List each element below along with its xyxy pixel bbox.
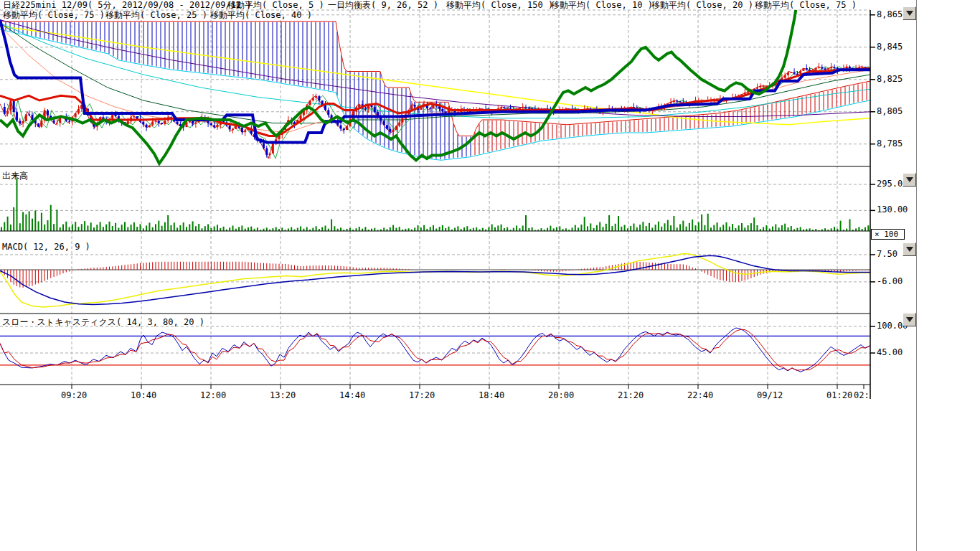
time-axis-label: 12:00 bbox=[200, 390, 226, 400]
macd-panel-label: MACD( 12, 26, 9 ) bbox=[2, 242, 90, 252]
y-axis-label: -6.00 bbox=[877, 276, 903, 286]
window-frame-divider bbox=[916, 0, 917, 551]
time-axis-label: 01:20 bbox=[826, 390, 852, 400]
legend-ma40[interactable]: 移動平均( Close, 40 ) bbox=[210, 11, 312, 20]
stochastics-series bbox=[0, 328, 870, 372]
macd-panel-series bbox=[0, 254, 870, 308]
time-axis-label: 21:20 bbox=[618, 390, 644, 400]
y-axis-label: 8,825 bbox=[877, 74, 903, 84]
y-axis-label: 7.50 bbox=[877, 249, 897, 259]
volume-multiplier-box: × 100 bbox=[871, 229, 905, 240]
y-axis-label: 8,865 bbox=[877, 9, 903, 19]
y-axis-label: 8,845 bbox=[877, 42, 903, 52]
volume-panel-collapse-arrow-button[interactable] bbox=[903, 173, 916, 187]
ichimoku-cloud bbox=[0, 22, 870, 161]
time-axis-label: 20:00 bbox=[548, 390, 574, 400]
triangle-down-icon bbox=[906, 247, 913, 252]
time-axis-label: 09/12 bbox=[757, 390, 783, 400]
legend-ichimoku[interactable]: 一目均衡表( 9, 26, 52 ) bbox=[328, 1, 438, 10]
legend-ma150[interactable]: 移動平均( Close, 150 ) bbox=[446, 1, 553, 10]
legend-ma75-2[interactable]: 移動平均( Close, 75 ) bbox=[3, 11, 105, 20]
time-axis-label: 02: bbox=[854, 390, 870, 400]
chart-title: 日経225mini 12/09( 5分, 2012/09/08 - 2012/0… bbox=[3, 1, 252, 10]
legend-ma25[interactable]: 移動平均( Close, 25 ) bbox=[105, 11, 207, 20]
axes bbox=[0, 10, 875, 399]
triangle-down-icon bbox=[906, 177, 913, 182]
legend-ma20[interactable]: 移動平均( Close, 20 ) bbox=[651, 1, 753, 10]
triangle-down-icon bbox=[906, 317, 913, 322]
time-axis-label: 10:40 bbox=[131, 390, 156, 400]
time-axis-label: 09:20 bbox=[61, 390, 87, 400]
time-axis-label: 14:40 bbox=[339, 390, 365, 400]
time-axis-label: 18:40 bbox=[479, 390, 504, 400]
volume-bars bbox=[1, 178, 869, 231]
stoch-panel-label: スロー・ストキャスティクス( 14, 3, 80, 20 ) bbox=[2, 316, 204, 329]
macd-panel-collapse-arrow-button[interactable] bbox=[903, 242, 916, 256]
volume-panel-label: 出来高 bbox=[2, 170, 28, 182]
legend-ma5[interactable]: 移動平均( Close, 5 ) bbox=[227, 1, 324, 10]
y-axis-label: 8,785 bbox=[877, 138, 903, 149]
triangle-down-icon bbox=[906, 11, 913, 16]
y-axis-label: 45.00 bbox=[877, 347, 903, 357]
chart-window: { "header": { "row1": [ {"label": "日経225… bbox=[0, 0, 980, 551]
legend-ma75[interactable]: 移動平均( Close, 75 ) bbox=[755, 1, 857, 10]
y-axis-label: 8,805 bbox=[877, 106, 903, 116]
price-panel-collapse-arrow-button[interactable] bbox=[903, 6, 916, 20]
y-axis-label: 130.00 bbox=[877, 204, 908, 215]
chart-canvas bbox=[0, 0, 980, 551]
time-axis-label: 17:20 bbox=[409, 390, 435, 400]
time-axis-label: 13:20 bbox=[270, 390, 296, 400]
candlesticks bbox=[4, 63, 867, 159]
legend-ma10[interactable]: 移動平均( Close, 10 ) bbox=[551, 1, 653, 10]
time-axis-label: 22:40 bbox=[687, 390, 713, 400]
stoch-panel-collapse-arrow-button[interactable] bbox=[903, 313, 916, 326]
